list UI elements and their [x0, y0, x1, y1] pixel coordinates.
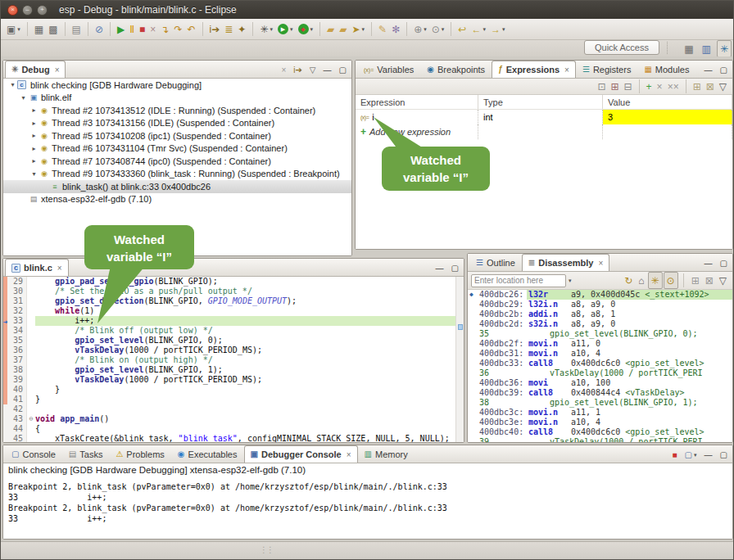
tab-breakpoints[interactable]: ◉Breakpoints — [420, 61, 492, 78]
debug-button[interactable]: ✳▾ — [257, 20, 275, 38]
stop-button[interactable]: ■ — [672, 449, 678, 461]
tab-debugger-console[interactable]: ▣Debugger Console× — [244, 445, 358, 463]
tab-expressions[interactable]: ƒExpressions× — [492, 61, 576, 78]
debug-tree-item[interactable]: ▾cblink checking [GDB Hardware Debugging… — [3, 79, 351, 92]
fold-icon[interactable]: ⊖ — [27, 414, 35, 424]
close-icon[interactable]: × — [57, 264, 62, 273]
expander-icon[interactable]: ▸ — [29, 157, 39, 165]
resume-button[interactable]: ▶ — [115, 20, 127, 38]
new-watch-window-button[interactable]: ⊞ — [691, 78, 704, 95]
instruction-pointer-icon[interactable]: ➔ — [3, 317, 7, 327]
tab-problems[interactable]: ⚠Problems — [109, 445, 170, 463]
location-input[interactable] — [471, 274, 566, 287]
overview-ruler[interactable] — [455, 277, 464, 442]
debug-tree-item[interactable]: ▸◉Thread #2 1073413512 (IDLE : Running) … — [3, 104, 351, 117]
home-button[interactable]: ⌂ — [636, 272, 646, 289]
refresh-button[interactable]: ↻ — [622, 272, 635, 289]
open-type-button[interactable]: ▰ — [324, 20, 337, 38]
new-view-button[interactable]: ⊞ — [689, 272, 702, 289]
console-output[interactable]: Breakpoint 2, blink_task (pvParameter=0x… — [3, 478, 732, 539]
expander-icon[interactable]: ▸ — [29, 106, 39, 114]
forward-button[interactable]: →▾ — [488, 20, 508, 38]
debug-tree-item[interactable]: ≡blink_task() at blink.c:33 0x400dbc26 — [3, 180, 351, 193]
save-button[interactable]: ▦ — [32, 20, 46, 38]
run-button[interactable]: ▶▾ — [275, 20, 296, 38]
tab-console[interactable]: ▢Console — [5, 445, 62, 463]
step-return-button[interactable]: ↶ — [184, 20, 197, 38]
minimize-button[interactable]: — — [323, 64, 333, 76]
view-menu-button[interactable]: ▽ — [309, 64, 317, 76]
minimize-button[interactable]: — — [704, 257, 714, 269]
view-menu-button[interactable]: ▽ — [717, 272, 729, 289]
profile-button[interactable]: ◆▾ — [296, 20, 316, 38]
minimize-button[interactable]: — — [435, 262, 445, 274]
step-into-button[interactable]: ↴ — [158, 20, 171, 38]
pin-view-button[interactable]: ⊠ — [703, 272, 716, 289]
maximize-button[interactable]: ▢ — [719, 257, 728, 269]
close-icon[interactable]: × — [347, 450, 351, 459]
expander-icon[interactable]: ▾ — [19, 94, 28, 102]
debug-tree-item[interactable]: ▸◉Thread #7 1073408744 (ipc0) (Suspended… — [3, 155, 351, 168]
sync-pc-button[interactable]: ✳ — [648, 272, 663, 289]
disassembly-content[interactable]: ◆400dbc26:l32ra9, 0x400d045c <_stext+109… — [468, 290, 732, 442]
new-wizard-button[interactable]: ▣▾ — [4, 20, 23, 38]
tab-registers[interactable]: ☰Registers — [576, 61, 637, 78]
close-icon[interactable]: × — [598, 259, 603, 268]
close-icon[interactable]: × — [564, 65, 569, 75]
minimize-window-button[interactable]: – — [22, 5, 33, 16]
display-console-button[interactable]: ▢▾ — [684, 449, 698, 461]
external-tools-button[interactable]: ➤▾ — [349, 20, 367, 38]
show-source-button[interactable]: ⊙ — [664, 272, 678, 289]
close-window-button[interactable]: × — [7, 5, 18, 16]
last-edit-button[interactable]: ↩ — [455, 20, 469, 38]
tab-blink-c[interactable]: cblink.c× — [5, 259, 69, 276]
expander-icon[interactable]: ▾ — [8, 81, 17, 88]
tab-tasks[interactable]: ▤Tasks — [62, 445, 110, 463]
maximize-button[interactable]: ▢ — [451, 262, 460, 274]
pin-view-button[interactable]: ⊠ — [704, 78, 717, 95]
close-icon[interactable]: × — [55, 65, 60, 75]
expander-icon[interactable]: ▸ — [29, 120, 39, 127]
tab-variables[interactable]: (x)=Variables — [357, 61, 420, 78]
minimize-button[interactable]: — — [704, 64, 714, 76]
debug-tree-item[interactable]: ▸◉Thread #6 1073431104 (Tmr Svc) (Suspen… — [3, 142, 351, 156]
tab-debug[interactable]: ✳Debug× — [5, 61, 66, 78]
build-button[interactable]: ▤ — [70, 20, 84, 38]
maximize-button[interactable]: ▢ — [719, 64, 728, 76]
view-menu-button[interactable]: ▽ — [717, 78, 729, 95]
instruction-stepping-mode-button[interactable]: i➔ — [292, 64, 303, 76]
show-type-names-button[interactable]: ⊡ — [595, 78, 608, 95]
back-button[interactable]: ←▾ — [469, 20, 488, 38]
statusbar-handle[interactable]: ⋮⋮ — [260, 545, 273, 554]
show-logical-structure-button[interactable]: ⊞ — [608, 78, 621, 95]
expander-icon[interactable]: ▸ — [29, 145, 39, 152]
debug-tree-item[interactable]: ▤xtensa-esp32-elf-gdb (7.10) — [3, 193, 351, 206]
column-header-type[interactable]: Type — [478, 95, 603, 109]
debug-tree-item[interactable]: ▾◉Thread #9 1073433360 (blink_task : Run… — [3, 168, 351, 181]
location-dropdown-icon[interactable]: ▾ — [569, 278, 572, 284]
debug-perspective-button[interactable]: ✳ — [717, 40, 732, 57]
add-expression-button[interactable]: + — [644, 78, 655, 95]
step-over-button[interactable]: ↷ — [171, 20, 184, 38]
debug-tree-item[interactable]: ▸◉Thread #3 1073413156 (IDLE) (Suspended… — [3, 117, 351, 130]
skip-all-breakpoints-button[interactable]: ⊘ — [93, 20, 106, 38]
instruction-stepping-button[interactable]: i➔ — [207, 20, 223, 38]
open-resource-button[interactable]: ▰ — [337, 20, 349, 38]
expander-icon[interactable]: ▾ — [29, 170, 39, 178]
collapse-all-button[interactable]: ⊟ — [622, 78, 635, 95]
expander-icon[interactable]: ▸ — [29, 132, 39, 139]
code-editor[interactable]: 29 gpio_pad_select_gpio(BLINK_GPIO);30 /… — [3, 277, 464, 442]
tab-memory[interactable]: ▥Memory — [358, 445, 415, 463]
debug-tree-item[interactable]: ▾▣blink.elf — [3, 92, 351, 105]
tab-modules[interactable]: ▦Modules — [637, 61, 695, 78]
toggle-mark-button[interactable]: ✻ — [389, 20, 402, 38]
remove-all-expressions-button[interactable]: ×× — [665, 78, 682, 95]
link-editor-button[interactable]: ⊙▾ — [429, 20, 447, 38]
column-header-value[interactable]: Value — [603, 95, 732, 109]
maximize-button[interactable]: ▢ — [719, 449, 728, 461]
java-perspective-button[interactable]: ▥ — [700, 40, 714, 57]
tab-disassembly[interactable]: ≣Disassembly× — [522, 254, 610, 271]
quick-access-box[interactable]: Quick Access — [584, 40, 659, 55]
tab-outline[interactable]: ☰Outline — [469, 254, 522, 271]
view-memory-button[interactable]: ≣ — [222, 20, 235, 38]
